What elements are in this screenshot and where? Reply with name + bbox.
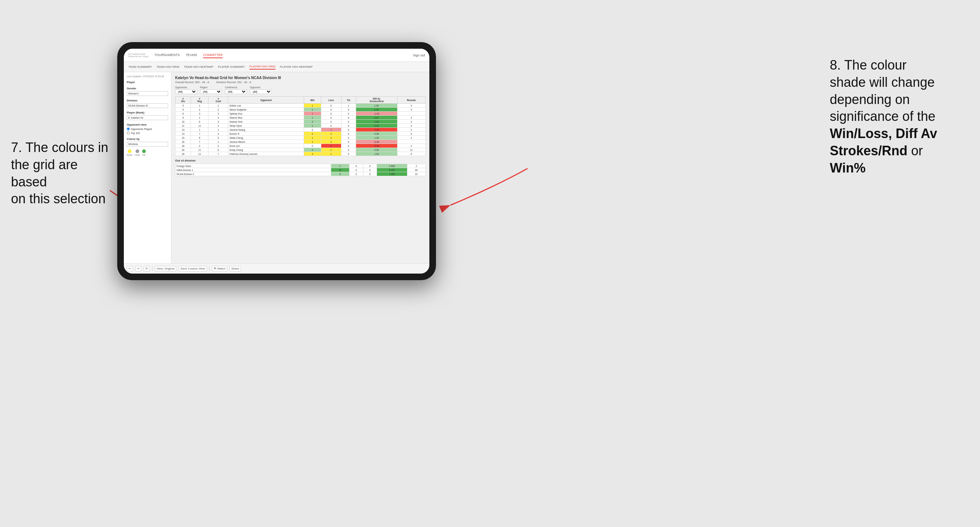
legend-up-dot [142, 149, 146, 153]
radio-top100[interactable]: Top 100 [127, 132, 168, 134]
conference-select[interactable]: (All) [225, 89, 247, 94]
opponent-select[interactable]: (All) [250, 89, 272, 94]
radio-opponents-played[interactable]: Opponents Played [127, 127, 168, 130]
arrow-right [421, 157, 531, 231]
toolbar-sep-1 [152, 266, 153, 271]
cell-win: 1 [304, 136, 321, 140]
cell-tie: 0 [341, 132, 356, 136]
annotation-right: 8. The colour shade will change dependin… [830, 57, 969, 177]
grid-subtitle: Overall Record: 353 - 34 - 6 Division Re… [175, 81, 426, 84]
cell-reg: 11 [191, 148, 208, 152]
cell-opponent: Sydney Kuo [228, 112, 304, 116]
sidebar-opponent-view-section: Opponent view Opponents Played Top 100 [127, 123, 168, 134]
cell-tie: 0 [341, 116, 356, 120]
cell-out-name: NAIA Division 1 [175, 168, 331, 172]
opponent-view-radios: Opponents Played Top 100 [127, 127, 168, 134]
colour-by-select[interactable]: Win/loss [127, 142, 168, 146]
redo-button[interactable]: ↪ [135, 266, 142, 271]
logo: SCOREBOARD Powered by clippi [128, 53, 149, 57]
legend-down-dot [128, 149, 132, 153]
cell-tie: 0 [341, 148, 356, 152]
watch-button[interactable]: 👁 Watch [212, 266, 228, 271]
cell-tie: 0 [341, 140, 356, 144]
out-table-row: Foreign Team 1 0 0 4.500 2 [175, 164, 426, 168]
cell-out-rounds: 30 [407, 168, 425, 172]
cell-tie: 0 [341, 120, 356, 124]
cell-out-win: 1 [331, 164, 349, 168]
cell-loss: 2 [321, 132, 341, 136]
cell-reg: 11 [191, 124, 208, 128]
sidebar-colour-by-section: Colour by Win/loss [127, 137, 168, 146]
sub-nav: TEAM SUMMARY TEAM H2H GRID TEAM H2H HEAT… [124, 62, 430, 72]
cell-tie: 0 [341, 144, 356, 148]
view-original-button[interactable]: View: Original [154, 266, 176, 271]
sub-nav-team-h2h-grid[interactable]: TEAM H2H GRID [156, 65, 180, 69]
cell-div: 9 [175, 116, 191, 120]
cell-rounds: 6 [397, 152, 426, 156]
cell-rounds: 4 [397, 104, 426, 108]
out-of-division-table: Foreign Team 1 0 0 4.500 2 NAIA Division… [175, 164, 426, 176]
cell-win: 1 [304, 140, 321, 144]
cell-conf: 3 [208, 112, 228, 116]
gender-select[interactable]: Women's [127, 91, 168, 96]
cell-out-tie: 0 [363, 164, 377, 168]
cell-rounds: 4 [397, 136, 426, 140]
cell-out-loss: 0 [350, 172, 363, 176]
cell-div: 6 [175, 112, 191, 116]
table-row: 6 3 3 Sydney Kuo 1 0 0 -1.00 [175, 112, 426, 116]
cell-diff: -3.00 [356, 128, 397, 132]
opponents-select[interactable]: (All) [175, 89, 197, 94]
division-select[interactable]: NCAA Division III [127, 103, 168, 108]
cell-loss: 0 [321, 108, 341, 112]
cell-out-win: 5 [331, 172, 349, 176]
sub-nav-player-summary[interactable]: PLAYER SUMMARY [218, 65, 245, 69]
nav-tournaments[interactable]: TOURNAMENTS [154, 52, 180, 58]
sub-nav-player-h2h-grid[interactable]: PLAYER H2H GRID [250, 64, 275, 70]
col-reg: #Reg [191, 97, 208, 104]
table-row: 16 7 1 Jessica Mason 1 2 0 -0.94 [175, 140, 426, 144]
cell-conf: 1 [208, 104, 228, 108]
tablet-screen: SCOREBOARD Powered by clippi TOURNAMENTS… [124, 49, 430, 273]
sign-out-button[interactable]: Sign out [413, 54, 425, 57]
cell-conf: 6 [208, 148, 228, 152]
cell-conf: 4 [208, 116, 228, 120]
cell-rounds: 9 [397, 132, 426, 136]
cell-div: 20 [175, 152, 191, 156]
save-custom-button[interactable]: Save Custom View [178, 266, 207, 271]
nav-teams[interactable]: TEAMS [186, 52, 197, 58]
player-rank-select[interactable]: 8. Katelyn Vo [127, 115, 168, 120]
main-data-table: #Div #Reg #Conf Opponent Win Loss Tie Di… [175, 96, 426, 156]
table-row: 20 11 6 Emily Chang 4 1 0 0.30 11 [175, 148, 426, 152]
history-button[interactable]: ⟳ [143, 266, 150, 271]
cell-conf: 1 [208, 140, 228, 144]
sub-nav-team-h2h-heatmap[interactable]: TEAM H2H HEATMAP [184, 65, 213, 69]
sub-nav-team-summary[interactable]: TEAM SUMMARY [128, 65, 152, 69]
filter-region: Region (All) [200, 86, 222, 94]
legend: Down Level Up [127, 149, 168, 156]
filter-row: Opponents: (All) Region (All) Conference [175, 86, 426, 94]
cell-win: 1 [304, 124, 321, 128]
sidebar-player-rank-section: Player (Rank) 8. Katelyn Vo [127, 111, 168, 120]
sidebar-timestamp: Last Updated: 27/03/2024 16:55:38 [127, 75, 168, 78]
nav-committee[interactable]: COMMITTEE [203, 52, 223, 58]
cell-opponent: Alexis Sudjianto [228, 108, 304, 112]
cell-opponent: Jessica Mason [228, 140, 304, 144]
cell-conf: 2 [208, 108, 228, 112]
cell-conf: 7 [208, 152, 228, 156]
undo-button[interactable]: ↩ [127, 266, 133, 271]
cell-conf: 3 [208, 120, 228, 124]
division-record: Division Record: 331 - 34 - 6 [216, 81, 251, 84]
cell-out-diff: 7.400 [377, 172, 407, 176]
share-button[interactable]: Share [229, 266, 241, 271]
cell-rounds: 2 [397, 144, 426, 148]
cell-rounds [397, 140, 426, 144]
cell-diff: -1.00 [356, 112, 397, 116]
cell-diff: 0.30 [356, 148, 397, 152]
annotation-left: 7. The colours in the grid are based on … [11, 139, 117, 208]
sub-nav-player-h2h-heatmap[interactable]: PLAYER H2H HEATMAP [280, 65, 313, 69]
legend-up: Up [142, 149, 146, 156]
out-table-row: NAIA Division 1 15 0 0 9.267 30 [175, 168, 426, 172]
cell-loss: 1 [321, 144, 341, 148]
region-select[interactable]: (All) [200, 89, 222, 94]
table-row: 5 2 2 Alexis Sudjianto 1 0 0 4.00 3 [175, 108, 426, 112]
